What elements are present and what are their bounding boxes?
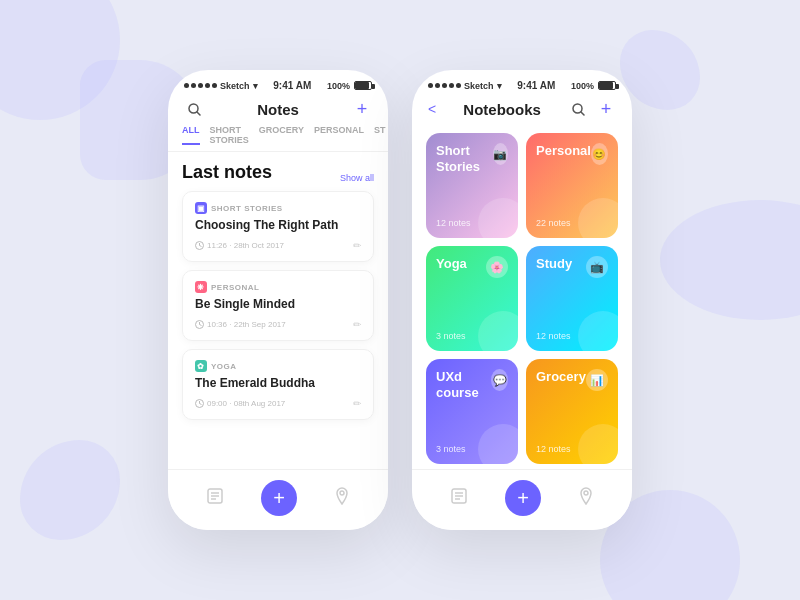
time-1: 9:41 AM (273, 80, 311, 91)
battery-percent-2: 100% (571, 81, 594, 91)
nb-top-2: Personal 😊 (536, 143, 608, 165)
svg-point-22 (584, 491, 588, 495)
nb-top-6: Grocery 📊 (536, 369, 608, 391)
edit-icon-1[interactable]: ✏ (353, 240, 361, 251)
location-nav-icon[interactable] (334, 487, 350, 509)
notes-nav-icon-2[interactable] (450, 487, 468, 509)
nb-name-3: Yoga (436, 256, 467, 272)
search-icon[interactable] (184, 99, 204, 119)
cat-icon-3: ✿ (195, 360, 207, 372)
note-category-1: ▣ SHORT STORIES (195, 202, 361, 214)
battery-percent-1: 100% (327, 81, 350, 91)
phone-notebooks: Sketch ▾ 9:41 AM 100% < Notebooks + (412, 70, 632, 530)
note-category-2: ❋ PERSONAL (195, 281, 361, 293)
cat-icon-2: ❋ (195, 281, 207, 293)
last-notes-title: Last notes (182, 162, 272, 183)
tabs-row: ALL SHORT STORIES GROCERY PERSONAL ST (168, 125, 388, 152)
nb-emoji-3: 🌸 (486, 256, 508, 278)
back-button[interactable]: < (428, 101, 436, 117)
notebooks-grid: Short Stories 📷 12 notes Personal 😊 22 n… (412, 125, 632, 469)
tab-short-stories[interactable]: SHORT STORIES (210, 125, 249, 145)
notebooks-title: Notebooks (436, 101, 568, 118)
tab-personal[interactable]: PERSONAL (314, 125, 364, 145)
nb-blob-4 (578, 311, 618, 351)
note-time-2: 10:36 · 22th Sep 2017 (195, 320, 286, 329)
battery-area-2: 100% (571, 81, 616, 91)
tab-st[interactable]: ST (374, 125, 386, 145)
signal-dots (184, 83, 217, 88)
nb-top-3: Yoga 🌸 (436, 256, 508, 278)
nb-top-4: Study 📺 (536, 256, 608, 278)
location-nav-icon-2[interactable] (578, 487, 594, 509)
note-title-3: The Emerald Buddha (195, 376, 361, 390)
nb-name-4: Study (536, 256, 572, 272)
nb-emoji-4: 📺 (586, 256, 608, 278)
nb-blob-5 (478, 424, 518, 464)
note-time-3: 09:00 · 08th Aug 2017 (195, 399, 285, 408)
search-icon-2[interactable] (568, 99, 588, 119)
nb-emoji-5: 💬 (491, 369, 508, 391)
last-notes-section: Last notes Show all ▣ SHORT STORIES Choo… (168, 152, 388, 432)
notebooks-header: < Notebooks + (412, 95, 632, 125)
note-title-2: Be Single Minded (195, 297, 361, 311)
notebook-uxd[interactable]: UXd course 💬 3 notes (426, 359, 518, 464)
notebook-grocery[interactable]: Grocery 📊 12 notes (526, 359, 618, 464)
note-time-1: 11:26 · 28th Oct 2017 (195, 241, 284, 250)
bottom-nav-2: + (412, 469, 632, 530)
add-nav-button[interactable]: + (261, 480, 297, 516)
svg-line-7 (200, 325, 202, 326)
nb-emoji-6: 📊 (586, 369, 608, 391)
wifi-icon-1: ▾ (253, 81, 258, 91)
status-left-2: Sketch ▾ (428, 81, 502, 91)
battery-icon-2 (598, 81, 616, 90)
svg-line-10 (200, 404, 202, 405)
note-footer-1: 11:26 · 28th Oct 2017 ✏ (195, 240, 361, 251)
notes-header: Notes + (168, 95, 388, 125)
edit-icon-2[interactable]: ✏ (353, 319, 361, 330)
notes-title: Notes (204, 101, 352, 118)
wifi-icon-2: ▾ (497, 81, 502, 91)
time-2: 9:41 AM (517, 80, 555, 91)
phone-notes: Sketch ▾ 9:41 AM 100% Notes + ALL SHORT … (168, 70, 388, 530)
nb-name-6: Grocery (536, 369, 586, 385)
svg-point-15 (340, 491, 344, 495)
cat-icon-1: ▣ (195, 202, 207, 214)
edit-icon-3[interactable]: ✏ (353, 398, 361, 409)
status-bar-2: Sketch ▾ 9:41 AM 100% (412, 70, 632, 95)
notebook-personal[interactable]: Personal 😊 22 notes (526, 133, 618, 238)
add-nav-button-2[interactable]: + (505, 480, 541, 516)
notebook-short-stories[interactable]: Short Stories 📷 12 notes (426, 133, 518, 238)
signal-dots-2 (428, 83, 461, 88)
note-card-1: ▣ SHORT STORIES Choosing The Right Path … (182, 191, 374, 262)
notebook-study[interactable]: Study 📺 12 notes (526, 246, 618, 351)
last-notes-header: Last notes Show all (182, 162, 374, 183)
note-footer-2: 10:36 · 22th Sep 2017 ✏ (195, 319, 361, 330)
add-icon-2[interactable]: + (596, 99, 616, 119)
notebook-yoga[interactable]: Yoga 🌸 3 notes (426, 246, 518, 351)
nb-top-5: UXd course 💬 (436, 369, 508, 400)
status-left-1: Sketch ▾ (184, 81, 258, 91)
note-card-2: ❋ PERSONAL Be Single Minded 10:36 · 22th… (182, 270, 374, 341)
tab-grocery[interactable]: GROCERY (259, 125, 304, 145)
svg-line-1 (197, 112, 200, 115)
nb-blob-6 (578, 424, 618, 464)
note-category-3: ✿ YOGA (195, 360, 361, 372)
note-card-3: ✿ YOGA The Emerald Buddha 09:00 · 08th A… (182, 349, 374, 420)
show-all-link[interactable]: Show all (340, 173, 374, 183)
nb-name-2: Personal (536, 143, 591, 159)
nb-blob-1 (478, 198, 518, 238)
nb-name-5: UXd course (436, 369, 491, 400)
tab-all[interactable]: ALL (182, 125, 200, 145)
battery-fill-2 (599, 82, 613, 89)
battery-fill-1 (355, 82, 369, 89)
add-icon[interactable]: + (352, 99, 372, 119)
svg-line-17 (581, 112, 584, 115)
nb-emoji-1: 📷 (493, 143, 508, 165)
battery-icon-1 (354, 81, 372, 90)
status-bar-1: Sketch ▾ 9:41 AM 100% (168, 70, 388, 95)
nb-name-1: Short Stories (436, 143, 493, 174)
carrier-1: Sketch (220, 81, 250, 91)
bottom-nav-1: + (168, 469, 388, 530)
notes-nav-icon[interactable] (206, 487, 224, 509)
nb-emoji-2: 😊 (591, 143, 608, 165)
